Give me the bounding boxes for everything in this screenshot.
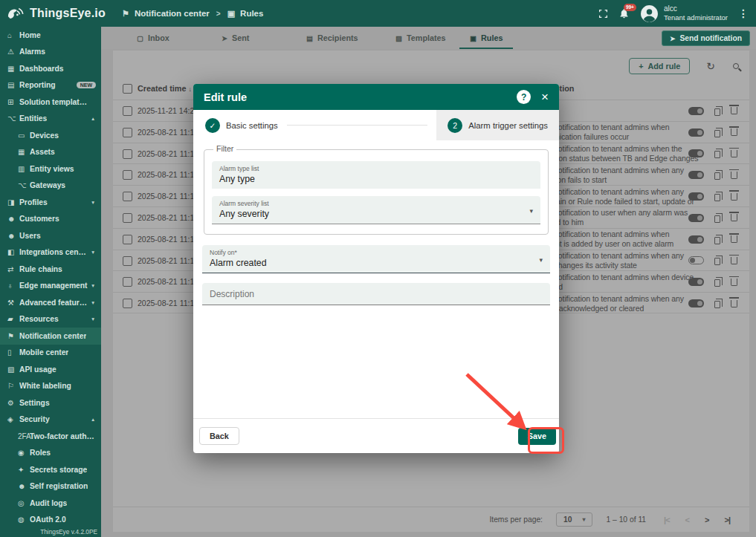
enable-rule-toggle[interactable]	[688, 278, 704, 286]
notifications-bell-icon[interactable]: 99+	[618, 7, 630, 19]
sidebar-item[interactable]: ⌥ Entities ▴	[0, 111, 101, 128]
back-button[interactable]: Back	[199, 427, 239, 445]
sidebar-item[interactable]: ⚠ Alarms	[0, 44, 101, 61]
row-checkbox[interactable]	[123, 277, 132, 287]
delete-icon[interactable]	[731, 235, 737, 243]
alarm-severity-select[interactable]: Alarm severity list Any severity ▾	[212, 196, 540, 224]
kebab-menu-icon[interactable]: ⋮	[738, 8, 749, 19]
tab[interactable]: ▨ Templates	[385, 27, 456, 49]
sidebar-item[interactable]: ⊞ Solution templates	[0, 94, 101, 111]
help-icon[interactable]: ?	[517, 90, 531, 104]
sidebar-item[interactable]: ▥ Entity views	[0, 160, 101, 178]
page-nav-button[interactable]: |<	[664, 515, 670, 524]
delete-icon[interactable]	[731, 172, 737, 179]
created-time-header[interactable]: Created time	[138, 84, 186, 93]
tab[interactable]: ▤ Recipients	[296, 27, 369, 49]
tab[interactable]: ▢ Inbox	[126, 27, 180, 49]
description-input[interactable]: Description	[202, 283, 550, 305]
save-button[interactable]: Save	[518, 428, 556, 445]
row-checkbox[interactable]	[123, 106, 132, 116]
sidebar-item[interactable]: ▯ Mobile center	[0, 345, 101, 362]
sidebar-item[interactable]: ▭ Devices	[0, 127, 101, 144]
delete-icon[interactable]	[731, 150, 737, 157]
copy-icon[interactable]	[714, 301, 720, 308]
sidebar-item[interactable]: ◍ OAuth 2.0	[0, 512, 101, 529]
row-checkbox[interactable]	[123, 192, 132, 201]
refresh-icon[interactable]: ↻	[706, 61, 715, 71]
sidebar-item[interactable]: ✦ Secrets storage	[0, 461, 101, 478]
send-notification-button[interactable]: ➤ Send notification	[662, 30, 750, 46]
page-nav-button[interactable]: <	[685, 515, 689, 524]
delete-icon[interactable]	[731, 193, 737, 201]
copy-icon[interactable]	[714, 151, 720, 158]
select-all-checkbox[interactable]	[123, 84, 132, 94]
delete-icon[interactable]	[731, 279, 737, 286]
sidebar-item[interactable]: ☻ Self registration	[0, 478, 101, 495]
sidebar-item[interactable]: ☻ Customers	[0, 211, 101, 228]
row-checkbox[interactable]	[123, 299, 132, 308]
sidebar-item[interactable]: ⚙ Settings	[0, 394, 101, 411]
tab[interactable]: ▣ Rules	[459, 27, 513, 49]
copy-icon[interactable]	[714, 130, 720, 137]
close-icon[interactable]: ×	[541, 91, 549, 103]
sidebar-item[interactable]: ⇄ Rule chains	[0, 261, 101, 278]
sidebar-item[interactable]: ◨ Profiles ▾	[0, 194, 101, 211]
page-size-select[interactable]: 10 ▾	[556, 512, 592, 527]
sidebar-item[interactable]: ⚐ White labeling	[0, 378, 101, 395]
enable-rule-toggle[interactable]	[688, 214, 704, 222]
copy-icon[interactable]	[714, 194, 720, 201]
enable-rule-toggle[interactable]	[688, 192, 704, 201]
sidebar-item[interactable]: ▦ Assets	[0, 144, 101, 161]
enable-rule-toggle[interactable]	[688, 107, 704, 115]
copy-icon[interactable]	[714, 215, 720, 223]
row-checkbox[interactable]	[123, 128, 132, 137]
notify-on-select[interactable]: Notify on* Alarm created ▾	[202, 245, 550, 273]
sidebar-item[interactable]: ⚑ Notification center	[0, 328, 101, 345]
delete-icon[interactable]	[731, 300, 737, 307]
search-icon[interactable]	[733, 63, 739, 69]
copy-icon[interactable]	[714, 108, 720, 116]
breadcrumb-item-notification-center[interactable]: Notification center	[135, 9, 210, 18]
sidebar-item[interactable]: ▤ Reporting NEW	[0, 77, 101, 94]
page-nav-button[interactable]: >|	[724, 515, 730, 524]
sidebar-item[interactable]: ◉ Roles	[0, 445, 101, 462]
sidebar-item[interactable]: ♁ Edge management ▾	[0, 278, 101, 295]
tab[interactable]: ➤ Sent	[211, 27, 259, 49]
page-nav-button[interactable]: >	[705, 515, 708, 524]
row-checkbox[interactable]	[123, 213, 132, 223]
enable-rule-toggle[interactable]	[688, 299, 704, 307]
row-checkbox[interactable]	[123, 170, 132, 180]
copy-icon[interactable]	[714, 237, 720, 244]
app-logo[interactable]: ThingsEye.io	[0, 7, 112, 21]
copy-icon[interactable]	[714, 279, 720, 287]
delete-icon[interactable]	[731, 128, 737, 136]
sidebar-item[interactable]: ◎ Audit logs	[0, 495, 101, 512]
enable-rule-toggle[interactable]	[688, 149, 704, 157]
sidebar-item[interactable]: 2FA Two-factor authenticati...	[0, 428, 101, 445]
sidebar-item[interactable]: ◧ Integrations center ▾	[0, 244, 101, 261]
sidebar-item[interactable]: ⌥ Gateways	[0, 178, 101, 195]
sort-descending-icon[interactable]: ↓	[188, 85, 192, 93]
copy-icon[interactable]	[714, 258, 720, 265]
sidebar-item[interactable]: ⌂ Home	[0, 27, 101, 44]
sidebar-item[interactable]: ☻ Users	[0, 227, 101, 244]
fullscreen-icon[interactable]	[598, 9, 608, 19]
copy-icon[interactable]	[714, 172, 720, 180]
breadcrumb-item-rules[interactable]: Rules	[240, 9, 263, 18]
sidebar-item[interactable]: ▰ Resources ▾	[0, 311, 101, 328]
delete-icon[interactable]	[731, 257, 737, 264]
enable-rule-toggle[interactable]	[688, 256, 704, 264]
alarm-type-list-field[interactable]: Alarm type list Any type	[212, 161, 540, 189]
enable-rule-toggle[interactable]	[688, 235, 704, 244]
sidebar-item[interactable]: ◈ Security ▴	[0, 411, 101, 429]
row-checkbox[interactable]	[123, 235, 132, 244]
row-checkbox[interactable]	[123, 256, 132, 266]
add-rule-button[interactable]: + Add rule	[629, 58, 690, 74]
row-checkbox[interactable]	[123, 149, 132, 159]
delete-icon[interactable]	[731, 107, 737, 114]
enable-rule-toggle[interactable]	[688, 128, 704, 137]
user-menu[interactable]: alcc Tenant administrator	[640, 4, 728, 23]
step-alarm-trigger-settings[interactable]: 2 Alarm trigger settings	[436, 110, 559, 140]
sidebar-item[interactable]: ▦ Dashboards	[0, 60, 101, 77]
step-basic-settings[interactable]: ✓ Basic settings	[205, 118, 278, 133]
